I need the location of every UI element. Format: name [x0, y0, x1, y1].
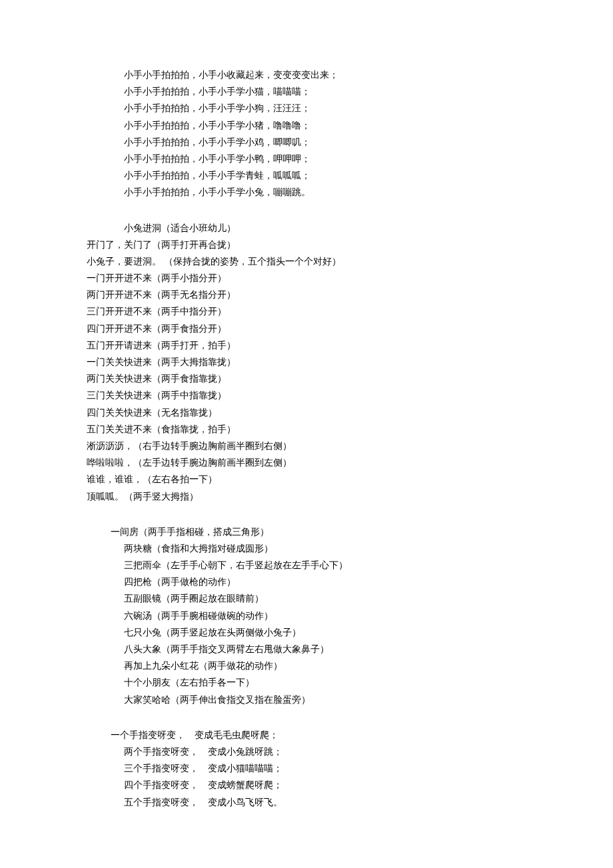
text-line: 一个手指变呀变， 变成毛毛虫爬呀爬； [87, 727, 526, 743]
text-line: 小手小手拍拍拍，小手小手学小鸡，唧唧叽； [87, 134, 526, 151]
text-line: 十个小朋友（左右拍手各一下） [87, 674, 526, 691]
text-line: 三门开开进不来（两手中指分开） [87, 303, 526, 320]
text-line: 六碗汤（两手手腕相碰做碗的动作） [87, 608, 526, 624]
section-1: 小手小手拍拍拍，小手小收藏起来，变变变变出来； 小手小手拍拍拍，小手小手学小猫，… [87, 67, 526, 201]
text-line: 八头大象（两手手指交叉两臂左右甩做大象鼻子） [87, 641, 526, 657]
text-line: 五门开开请进来（两手打开，拍手） [87, 337, 526, 354]
text-line: 四个手指变呀变， 变成螃蟹爬呀爬； [87, 777, 526, 793]
text-line: 小手小手拍拍拍，小手小收藏起来，变变变变出来； [87, 67, 526, 83]
section-3: 一间房（两手手指相碰，搭成三角形） 两块糖（食指和大拇指对碰成圆形） 三把雨伞（… [87, 524, 526, 708]
text-line: 四门开开进不来（两手食指分开） [87, 320, 526, 337]
text-line: 七只小兔（两手竖起放在头两侧做小兔子） [87, 624, 526, 641]
text-line: 两个手指变呀变， 变成小兔跳呀跳； [87, 743, 526, 760]
text-line: 五副眼镜（两手圈起放在眼睛前） [87, 590, 526, 607]
text-line: 哗啦啦啦，（左手边转手腕边胸前画半圈到左侧） [87, 454, 526, 471]
text-line: 小兔子，要进洞。 （保持合拢的姿势，五个指头一个个对好） [87, 253, 526, 270]
text-line: 大家笑哈哈（两手伸出食指交叉指在脸蛋旁） [87, 691, 526, 708]
text-line: 谁谁，谁谁，（左右各拍一下） [87, 471, 526, 488]
section-4: 一个手指变呀变， 变成毛毛虫爬呀爬； 两个手指变呀变， 变成小兔跳呀跳； 三个手… [87, 727, 526, 811]
section-title: 小兔进洞（适合小班幼儿） [87, 220, 526, 236]
text-line: 小手小手拍拍拍，小手小手学小兔，嘣嘣跳。 [87, 184, 526, 201]
text-line: 三个手指变呀变， 变成小猫喵喵喵； [87, 760, 526, 777]
text-line: 小手小手拍拍拍，小手小手学青蛙，呱呱呱； [87, 167, 526, 184]
text-line: 小手小手拍拍拍，小手小手学小猫，喵喵喵； [87, 83, 526, 100]
text-line: 五门关关进不来（食指靠拢，拍手） [87, 421, 526, 438]
text-line: 小手小手拍拍拍，小手小手学小狗，汪汪汪； [87, 100, 526, 117]
section-2: 小兔进洞（适合小班幼儿） 开门了，关门了（两手打开再合拢） 小兔子，要进洞。 （… [87, 220, 526, 505]
text-line: 两块糖（食指和大拇指对碰成圆形） [87, 540, 526, 557]
text-line: 四把枪（两手做枪的动作） [87, 574, 526, 590]
text-line: 两门关关快进来（两手食指靠拢） [87, 370, 526, 387]
text-line: 一门关关快进来（两手大拇指靠拢） [87, 354, 526, 370]
text-line: 一门开开进不来（两手小指分开） [87, 270, 526, 286]
text-line: 四门关关快进来（无名指靠拢） [87, 404, 526, 421]
text-line: 小手小手拍拍拍，小手小手学小鸭，呷呷呷； [87, 151, 526, 167]
text-line: 再加上九朵小红花（两手做花的动作） [87, 657, 526, 674]
text-line: 五个手指变呀变， 变成小鸟飞呀飞。 [87, 794, 526, 811]
text-line: 两门开开进不来（两手无名指分开） [87, 286, 526, 303]
text-line: 三门关关快进来（两手中指靠拢） [87, 387, 526, 404]
text-line: 淅沥沥沥，（右手边转手腕边胸前画半圈到右侧） [87, 438, 526, 454]
text-line: 一间房（两手手指相碰，搭成三角形） [87, 524, 526, 540]
text-line: 开门了，关门了（两手打开再合拢） [87, 236, 526, 253]
text-line: 顶呱呱。（两手竖大拇指） [87, 488, 526, 505]
text-line: 小手小手拍拍拍，小手小手学小猪，噜噜噜； [87, 117, 526, 134]
text-line: 三把雨伞（左手手心朝下，右手竖起放在左手手心下） [87, 557, 526, 574]
